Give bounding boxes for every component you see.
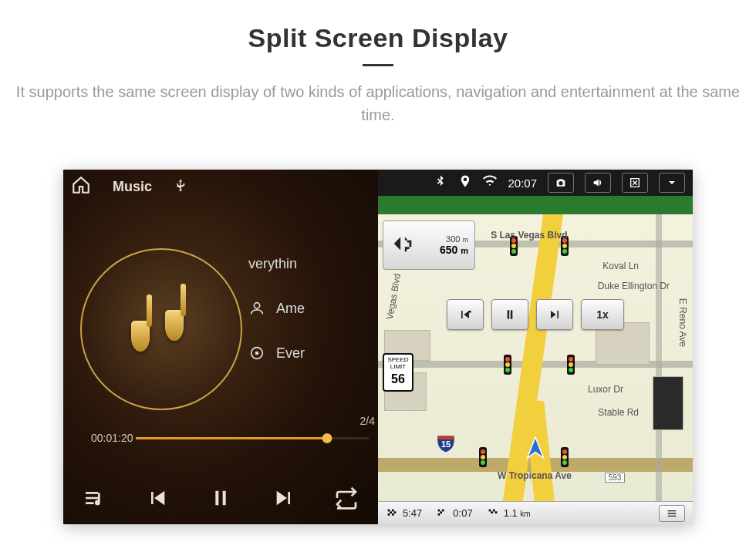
traffic-light-icon — [567, 355, 575, 375]
eta-cell: 5:47 — [386, 507, 422, 520]
wifi-icon — [483, 174, 497, 191]
distance-value: 1.1 km — [504, 507, 531, 519]
skip-forward-icon — [547, 307, 562, 322]
elapsed-value: 0:07 — [453, 507, 472, 519]
svg-rect-12 — [438, 513, 440, 516]
turn-card[interactable]: 300 m 650 m — [383, 220, 475, 270]
music-app-label: Music — [113, 179, 152, 195]
route-number-badge: 593 — [605, 473, 626, 483]
artist-row[interactable]: Ame — [248, 286, 364, 331]
route-pause-button[interactable] — [491, 299, 528, 330]
svg-rect-2 — [469, 311, 471, 313]
svg-rect-4 — [392, 509, 394, 511]
svg-rect-16 — [494, 511, 497, 513]
finish-flag-icon — [386, 507, 398, 520]
volume-button[interactable] — [585, 173, 611, 193]
location-icon — [458, 174, 472, 191]
status-time: 20:07 — [508, 177, 537, 190]
artist-name: Ame — [276, 301, 305, 317]
music-note-icon — [165, 310, 184, 341]
street-label: S Las Vegas Blvd — [491, 230, 567, 241]
map-building — [653, 376, 683, 430]
track-counter: 2/4 — [360, 415, 375, 427]
track-title: verythin — [248, 256, 297, 272]
speed-limit-sign: SPEED LIMIT 56 — [383, 353, 413, 392]
turn-distance: 300 m 650 m — [440, 234, 468, 256]
close-box-icon — [629, 177, 641, 189]
elapsed-cell: 0:07 — [436, 507, 472, 520]
page-title: Split Screen Display — [0, 23, 756, 53]
progress-bar[interactable] — [136, 437, 369, 439]
street-label: W Tropicana Ave — [498, 470, 572, 481]
street-label: Luxor Dr — [588, 384, 623, 395]
elapsed-time: 00:01:20 — [91, 432, 133, 444]
route-end-button[interactable] — [536, 299, 573, 330]
svg-rect-3 — [388, 509, 390, 511]
eta-time: 5:47 — [403, 507, 422, 519]
nav-header-bar — [378, 196, 693, 214]
svg-rect-5 — [390, 511, 392, 513]
playback-speed-label: 1x — [596, 308, 609, 321]
interstate-shield: 15 — [435, 433, 457, 455]
vehicle-cursor-icon — [521, 435, 549, 466]
svg-rect-11 — [440, 511, 443, 513]
pause-icon[interactable] — [208, 486, 233, 513]
chevron-down-icon — [666, 177, 678, 189]
speaker-icon — [592, 177, 604, 189]
previous-track-icon[interactable] — [145, 486, 170, 513]
current-track-row[interactable]: verythin — [248, 242, 364, 286]
status-bar: 20:07 — [378, 170, 693, 196]
music-controls — [63, 486, 378, 513]
title-underline — [363, 64, 393, 66]
camera-icon — [555, 177, 567, 189]
street-label: Stable Rd — [598, 407, 639, 418]
navigation-app: 20:07 S Las Vegas Blvd Koval — [378, 170, 693, 524]
skip-back-flag-icon — [457, 307, 473, 322]
pause-icon — [502, 307, 518, 322]
album-row[interactable]: Ever — [248, 331, 364, 375]
home-icon[interactable] — [71, 175, 91, 198]
turn-left-icon — [390, 231, 416, 260]
progress-knob[interactable] — [322, 433, 332, 443]
route-restart-button[interactable] — [447, 299, 484, 330]
music-top-bar: Music — [63, 170, 378, 204]
map-road — [656, 214, 662, 501]
music-note-icon — [131, 321, 150, 352]
bluetooth-icon — [434, 174, 447, 191]
distance-flag-icon — [487, 507, 499, 520]
traffic-light-icon — [479, 447, 487, 467]
street-label: Duke Ellington Dr — [598, 281, 670, 291]
next-track-icon[interactable] — [272, 486, 296, 513]
progress-fill — [136, 437, 327, 439]
svg-point-1 — [255, 352, 259, 355]
map-canvas[interactable]: S Las Vegas Blvd Koval Ln Duke Ellington… — [378, 214, 693, 501]
distance-cell: 1.1 km — [487, 507, 531, 520]
usb-icon[interactable] — [174, 178, 187, 195]
disc-icon — [248, 345, 265, 362]
svg-rect-10 — [442, 509, 444, 511]
menu-icon — [666, 507, 678, 520]
nav-bottom-bar: 5:47 0:07 1.1 km — [378, 501, 693, 524]
device-screenshot: Music verythin Ame Ever 00:01 — [63, 170, 693, 524]
close-app-button[interactable] — [622, 173, 648, 193]
street-label: Koval Ln — [602, 261, 639, 271]
svg-rect-8 — [392, 513, 394, 516]
playback-speed-button[interactable]: 1x — [581, 299, 624, 330]
nav-menu-button[interactable] — [659, 505, 685, 522]
playlist-icon[interactable] — [83, 486, 107, 513]
svg-rect-14 — [493, 509, 495, 511]
clock-flag-icon — [436, 507, 448, 520]
minimize-button[interactable] — [659, 173, 685, 193]
album-name: Ever — [276, 345, 305, 362]
track-list: verythin Ame Ever — [248, 242, 364, 375]
screenshot-button[interactable] — [548, 173, 574, 193]
street-label: Vegas Blvd — [384, 273, 403, 321]
svg-rect-13 — [488, 509, 491, 511]
repeat-icon[interactable] — [334, 486, 359, 513]
music-app: Music verythin Ame Ever 00:01 — [63, 170, 378, 524]
album-art — [80, 248, 242, 410]
svg-rect-9 — [438, 509, 440, 511]
street-label: E Reno Ave — [677, 298, 688, 347]
route-playback-controls: 1x — [447, 299, 624, 330]
page-subtitle: It supports the same screen display of t… — [15, 80, 741, 126]
